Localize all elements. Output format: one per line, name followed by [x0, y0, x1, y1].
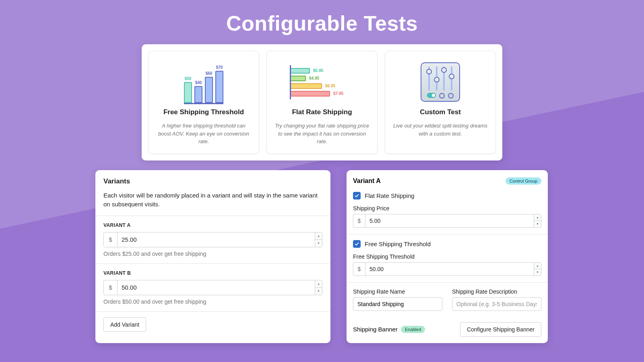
- test-card-custom-test[interactable]: Custom Test Live out your wildest split-…: [385, 51, 496, 154]
- flat-rate-checkbox[interactable]: [353, 192, 361, 200]
- currency-symbol: $: [353, 214, 365, 227]
- fst-value[interactable]: [365, 263, 534, 276]
- rate-name-input[interactable]: [353, 297, 442, 311]
- check-icon: [354, 241, 359, 247]
- check-icon: [354, 193, 359, 198]
- control-group-badge: Control Group: [506, 177, 541, 185]
- variant-a-value[interactable]: [118, 232, 315, 247]
- fst-input[interactable]: $ ▲ ▼: [353, 262, 541, 276]
- page-title: Configurable Tests: [0, 0, 644, 35]
- configure-shipping-banner-button[interactable]: Configure Shipping Banner: [460, 322, 541, 337]
- test-card-flat-rate-shipping[interactable]: $5.95 $4.95 $6.95 $7.95 Flat Rate Shippi…: [266, 51, 378, 154]
- free-shipping-threshold-checkbox[interactable]: [353, 240, 361, 248]
- fst-check-label: Free Shipping Threshold: [365, 241, 431, 247]
- variant-a-hint: Orders $25.00 and over get free shipping: [103, 251, 322, 257]
- variant-b-input[interactable]: $ ▲ ▼: [103, 280, 322, 295]
- variant-a-block: VARIANT A $ ▲ ▼ Orders $25.00 and over g…: [95, 216, 330, 263]
- stepper-up-icon[interactable]: ▲: [315, 280, 322, 288]
- shipping-banner-label: Shipping Banner: [353, 326, 398, 333]
- test-card-desc: Try changing your flat rate shipping pri…: [274, 122, 370, 146]
- shipping-price-value[interactable]: [365, 214, 534, 227]
- variant-a-config-panel: Variant A Control Group Flat Rate Shippi…: [347, 170, 548, 343]
- mixer-icon: [392, 60, 488, 104]
- currency-symbol: $: [353, 263, 365, 276]
- stepper-down-icon[interactable]: ▼: [315, 288, 322, 295]
- rate-desc-input[interactable]: [452, 297, 541, 311]
- variant-b-label: VARIANT B: [103, 270, 322, 276]
- test-card-title: Custom Test: [392, 108, 488, 116]
- test-card-desc: A higher free shipping threshold can boo…: [156, 122, 252, 146]
- stepper-down-icon[interactable]: ▼: [534, 221, 541, 227]
- variant-b-block: VARIANT B $ ▲ ▼ Orders $50.00 and over g…: [95, 263, 330, 311]
- hbar-chart-icon: $5.95 $4.95 $6.95 $7.95: [274, 60, 370, 104]
- variant-a-input[interactable]: $ ▲ ▼: [103, 232, 322, 247]
- variant-b-hint: Orders $50.00 and over get free shipping: [103, 298, 322, 305]
- shipping-price-label: Shipping Price: [353, 205, 541, 212]
- currency-symbol: $: [104, 280, 118, 295]
- stepper-up-icon[interactable]: ▲: [315, 232, 322, 240]
- flat-rate-label: Flat Rate Shipping: [365, 192, 414, 199]
- stepper-up-icon[interactable]: ▲: [534, 263, 541, 269]
- bar-chart-icon: $50 $40 $60 $70: [156, 60, 252, 104]
- variant-a-label: VARIANT A: [103, 222, 322, 228]
- stepper-down-icon[interactable]: ▼: [315, 240, 322, 247]
- test-card-free-shipping-threshold[interactable]: $50 $40 $60 $70 Free Shipping Threshold …: [148, 51, 259, 154]
- variant-a-heading: Variant A: [353, 177, 381, 185]
- rate-name-label: Shipping Rate Name: [353, 288, 442, 295]
- currency-symbol: $: [104, 232, 118, 247]
- stepper-down-icon[interactable]: ▼: [534, 269, 541, 276]
- shipping-price-input[interactable]: $ ▲ ▼: [353, 214, 541, 228]
- test-card-desc: Live out your wildest split-testing drea…: [392, 122, 488, 138]
- variants-heading: Variants: [103, 177, 322, 185]
- variant-b-value[interactable]: [118, 280, 315, 295]
- rate-desc-label: Shipping Rate Description: [452, 288, 541, 295]
- test-card-title: Flat Rate Shipping: [274, 108, 370, 116]
- enabled-badge: Enabled: [401, 326, 425, 333]
- tests-panel: $50 $40 $60 $70 Free Shipping Threshold …: [142, 44, 502, 160]
- variants-intro: Each visitor will be randomly placed in …: [103, 191, 322, 209]
- test-card-title: Free Shipping Threshold: [156, 108, 252, 116]
- variants-panel: Variants Each visitor will be randomly p…: [95, 170, 330, 343]
- fst-field-label: Free Shipping Threshold: [353, 253, 541, 260]
- add-variant-button[interactable]: Add Variant: [103, 317, 146, 332]
- stepper-up-icon[interactable]: ▲: [534, 214, 541, 221]
